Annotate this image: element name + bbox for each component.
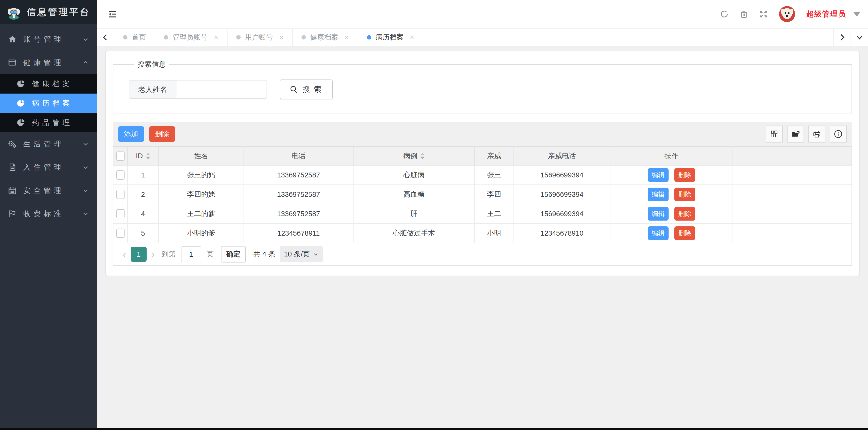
- tab-label: 管理员账号: [173, 32, 208, 42]
- prev-page-icon[interactable]: ‹: [118, 249, 131, 260]
- row-delete-button[interactable]: 删除: [674, 168, 695, 182]
- user-dropdown-caret-icon[interactable]: [853, 12, 861, 17]
- app-logo-icon: [6, 5, 21, 20]
- tab-close-icon[interactable]: ×: [214, 33, 218, 41]
- fullscreen-icon[interactable]: [759, 10, 768, 19]
- sort-icon[interactable]: [420, 153, 425, 159]
- sidebar-submenu-health: 健康档案 病历档案 药品管理: [0, 74, 97, 132]
- sort-icon[interactable]: [146, 153, 150, 159]
- current-page-button[interactable]: 1: [131, 247, 147, 262]
- row-checkbox[interactable]: [116, 228, 125, 238]
- user-avatar[interactable]: [779, 6, 795, 22]
- sidebar-item-label: 病历档案: [32, 98, 73, 109]
- cell-filler: [733, 223, 851, 243]
- next-page-icon[interactable]: ›: [147, 249, 159, 260]
- row-delete-button[interactable]: 删除: [674, 207, 695, 221]
- tab-medical-records[interactable]: 病历档案 ×: [358, 29, 424, 46]
- row-delete-button[interactable]: 删除: [674, 226, 695, 240]
- header-select-all-cell: [114, 147, 127, 165]
- flag-icon: [8, 210, 17, 218]
- tab-options-icon[interactable]: [850, 29, 868, 46]
- chevron-up-icon: [83, 59, 89, 66]
- search-icon: [290, 85, 298, 94]
- delete-button[interactable]: 删除: [149, 126, 175, 142]
- row-checkbox[interactable]: [116, 190, 125, 199]
- elder-name-input[interactable]: [177, 81, 267, 98]
- search-button[interactable]: 搜 索: [280, 80, 333, 99]
- print-icon: [813, 130, 821, 138]
- tab-home[interactable]: 首页: [114, 29, 155, 46]
- records-table: ID 姓名 电话 病例 亲威 亲威电话 操作 1: [114, 147, 851, 243]
- cell-relative: 小明: [474, 223, 514, 243]
- tab-scroll-right-icon[interactable]: [833, 29, 850, 46]
- cell-filler: [733, 165, 851, 185]
- tab-health-records[interactable]: 健康档案 ×: [293, 29, 358, 46]
- cell-relative: 王二: [474, 204, 514, 223]
- pie-chart-icon: [17, 80, 25, 88]
- pagination-bar: ‹ 1 › 到第 页 确定 共 4 条 10 条/页: [114, 243, 851, 266]
- print-button[interactable]: [808, 126, 825, 143]
- medical-records-panel: 搜索信息 老人姓名 搜 索 添加 删除: [105, 51, 860, 276]
- tab-bar-spacer: [423, 29, 833, 46]
- sidebar-item-medical-records[interactable]: 病历档案: [0, 94, 97, 113]
- username-text[interactable]: 超级管理员: [806, 9, 846, 19]
- header-case[interactable]: 病例: [353, 147, 474, 165]
- select-all-checkbox[interactable]: [116, 152, 125, 161]
- tab-dot-icon: [367, 35, 371, 39]
- sidebar-item-checkin-mgmt[interactable]: 入住管理: [0, 156, 97, 179]
- tab-dot-icon: [302, 35, 306, 39]
- info-button[interactable]: [830, 126, 847, 143]
- sidebar-item-medicine-mgmt[interactable]: 药品管理: [0, 113, 97, 132]
- edit-button[interactable]: 编辑: [648, 168, 669, 182]
- columns-toggle-button[interactable]: [766, 126, 783, 143]
- tab-dot-icon: [164, 35, 168, 39]
- tab-user-accounts[interactable]: 用户账号 ×: [227, 29, 293, 46]
- sidebar-item-life-mgmt[interactable]: 生活管理: [0, 132, 97, 156]
- header-filler: [733, 147, 851, 165]
- row-delete-button[interactable]: 删除: [674, 188, 695, 201]
- sidebar-item-health-records[interactable]: 健康档案: [0, 74, 97, 94]
- chevron-down-icon: [313, 252, 318, 257]
- header-name: 姓名: [158, 147, 244, 165]
- tab-label: 首页: [132, 32, 146, 42]
- goto-confirm-button[interactable]: 确定: [221, 246, 246, 263]
- topbar-actions: 超级管理员: [720, 6, 861, 22]
- cell-actions: 编辑 删除: [610, 185, 733, 204]
- add-button[interactable]: 添加: [118, 126, 144, 142]
- sidebar-item-account-mgmt[interactable]: 账号管理: [0, 28, 97, 51]
- sidebar-item-label: 健康管理: [23, 58, 64, 68]
- cell-case: 心脏做过手术: [353, 223, 474, 243]
- sidebar-item-safety-mgmt[interactable]: 安全管理: [0, 179, 97, 202]
- row-checkbox[interactable]: [116, 171, 125, 180]
- sidebar: 信息管理平台 账号管理 健康管理 健康档案: [0, 0, 97, 430]
- elder-name-input-group: 老人姓名: [129, 80, 267, 99]
- table-header-row: ID 姓名 电话 病例 亲威 亲威电话 操作: [114, 147, 851, 165]
- search-row: 老人姓名 搜 索: [129, 80, 842, 99]
- cell-name: 小明的爹: [158, 223, 244, 243]
- search-section: 搜索信息 老人姓名 搜 索: [113, 60, 852, 114]
- page-size-select[interactable]: 10 条/页: [280, 246, 323, 262]
- goto-page-input[interactable]: [181, 246, 202, 262]
- document-icon: [8, 163, 17, 172]
- header-actions: 操作: [610, 147, 733, 165]
- goto-suffix-label: 页: [207, 249, 214, 259]
- refresh-icon[interactable]: [720, 10, 728, 19]
- export-button[interactable]: [787, 126, 804, 143]
- tab-close-icon[interactable]: ×: [345, 33, 349, 41]
- tab-scroll-left-icon[interactable]: [97, 29, 114, 46]
- row-checkbox[interactable]: [116, 209, 125, 218]
- trash-icon[interactable]: [740, 10, 748, 18]
- edit-button[interactable]: 编辑: [648, 188, 669, 201]
- edit-button[interactable]: 编辑: [648, 207, 669, 221]
- sidebar-collapse-icon[interactable]: [108, 9, 117, 19]
- tab-admin-accounts[interactable]: 管理员账号 ×: [155, 29, 227, 46]
- sidebar-item-fee-standard[interactable]: 收费标准: [0, 202, 97, 225]
- tab-close-icon[interactable]: ×: [410, 33, 414, 41]
- cell-actions: 编辑 删除: [610, 223, 733, 243]
- tab-close-icon[interactable]: ×: [279, 33, 284, 41]
- edit-button[interactable]: 编辑: [648, 226, 669, 240]
- cell-relative-phone: 12345678910: [514, 223, 610, 243]
- header-id[interactable]: ID: [127, 147, 158, 165]
- sidebar-item-health-mgmt[interactable]: 健康管理: [0, 51, 97, 74]
- cell-id: 5: [127, 223, 158, 243]
